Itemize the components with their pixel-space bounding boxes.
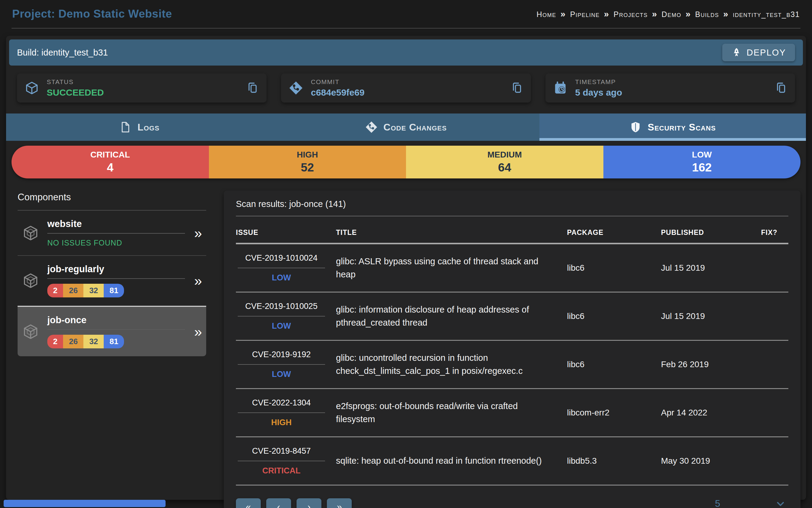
tab-logs-label: Logs	[137, 122, 159, 133]
table-row[interactable]: CVE-2019-8457 CRITICAL sqlite: heap out-…	[236, 437, 789, 485]
timestamp-value: 5 days ago	[575, 87, 622, 98]
table-row[interactable]: CVE-2019-9192 LOW glibc: uncontrolled re…	[236, 341, 789, 389]
cube-icon	[22, 324, 39, 340]
breadcrumb: Home » Pipeline » Projects » Demo » Buil…	[536, 9, 800, 19]
cube-icon	[22, 225, 39, 241]
calendar-clock-icon	[553, 81, 567, 95]
published-date: Apr 14 2022	[661, 408, 752, 418]
components-panel: Components website NO ISSUES FOUND »	[11, 190, 206, 356]
component-item-job-regularly[interactable]: job-regularly 2 26 32 81 »	[17, 256, 206, 306]
published-date: Jul 15 2019	[661, 311, 752, 321]
divider	[238, 461, 325, 461]
tab-security-scans[interactable]: Security Scans	[539, 114, 806, 141]
breadcrumb-separator: »	[604, 9, 610, 19]
expand-chevron-icon[interactable]: »	[194, 274, 202, 288]
column-header-title: TITLE	[336, 228, 558, 237]
column-header-published: PUBLISHED	[661, 228, 752, 237]
first-page-button[interactable]: «	[236, 498, 261, 508]
published-date: Jul 15 2019	[661, 263, 752, 273]
component-item-job-once[interactable]: job-once 2 26 32 81 »	[17, 306, 206, 356]
package-name: libc6	[567, 311, 652, 321]
page-header: Project: Demo Static Website Home » Pipe…	[0, 0, 812, 36]
copy-commit-button[interactable]	[511, 82, 523, 95]
expand-chevron-icon[interactable]: »	[194, 226, 202, 240]
build-header-bar: Build: identity_test_b31 DEPLOY	[9, 39, 803, 66]
tab-code-changes[interactable]: Code Changes	[273, 114, 539, 141]
issue-title: e2fsprogs: out-of-bounds read/write via …	[336, 400, 558, 426]
divider	[238, 316, 325, 316]
table-row[interactable]: CVE-2022-1304 HIGH e2fsprogs: out-of-bou…	[236, 389, 789, 437]
breadcrumb-separator: »	[723, 9, 729, 19]
severity-label: LOW	[692, 150, 712, 160]
status-label: STATUS	[47, 78, 104, 86]
deploy-button[interactable]: DEPLOY	[722, 44, 795, 61]
severity-tag: CRITICAL	[236, 466, 327, 475]
page-size-value: 5	[715, 498, 720, 508]
expand-chevron-icon[interactable]: »	[194, 325, 202, 339]
commit-label: COMMIT	[311, 78, 365, 86]
table-header-row: ISSUE TITLE PACKAGE PUBLISHED FIX?	[236, 228, 789, 244]
package-name: libcom-err2	[567, 408, 652, 418]
tab-logs[interactable]: Logs	[6, 114, 273, 141]
severity-segment-critical[interactable]: CRITICAL 4	[11, 146, 209, 178]
cve-id[interactable]: CVE-2019-1010025	[236, 302, 327, 311]
cve-id[interactable]: CVE-2019-1010024	[236, 253, 327, 263]
copy-timestamp-button[interactable]	[775, 82, 787, 95]
column-header-fix: FIX?	[761, 228, 789, 237]
git-icon	[365, 121, 378, 133]
component-name: job-once	[47, 315, 189, 326]
package-icon	[25, 81, 39, 95]
severity-count: 52	[301, 161, 314, 174]
cve-id[interactable]: CVE-2019-9192	[236, 350, 327, 359]
divider	[47, 233, 185, 234]
critical-count-badge: 2	[47, 335, 63, 348]
next-page-button[interactable]: ›	[296, 498, 321, 508]
severity-label: MEDIUM	[487, 150, 522, 160]
table-row[interactable]: CVE-2019-1010025 LOW glibc: information …	[236, 293, 789, 341]
copy-icon	[775, 82, 787, 94]
component-name: website	[47, 218, 189, 229]
severity-segment-medium[interactable]: MEDIUM 64	[406, 146, 604, 178]
medium-count-badge: 32	[83, 284, 104, 297]
previous-page-button[interactable]: ‹	[266, 498, 291, 508]
published-date: Feb 26 2019	[661, 359, 752, 369]
cve-id[interactable]: CVE-2019-8457	[236, 447, 327, 456]
high-count-badge: 26	[63, 284, 83, 297]
components-heading: Components	[17, 192, 206, 203]
severity-count: 162	[692, 161, 712, 174]
tab-bar: Logs Code Changes Security Scans	[6, 114, 806, 141]
severity-segment-low[interactable]: LOW 162	[604, 146, 801, 178]
issue-title: glibc: uncontrolled recursion in functio…	[336, 351, 558, 378]
horizontal-scrollbar-thumb[interactable]	[4, 500, 165, 507]
breadcrumb-item-demo[interactable]: Demo	[662, 10, 681, 19]
page-size-select[interactable]: 5	[707, 498, 789, 508]
status-value: SUCCEEDED	[47, 87, 104, 98]
divider	[47, 278, 185, 279]
divider	[47, 329, 185, 330]
breadcrumb-item-builds[interactable]: Builds	[695, 10, 719, 19]
severity-badges: 2 26 32 81	[47, 284, 124, 297]
low-count-badge: 81	[104, 335, 124, 348]
component-item-website[interactable]: website NO ISSUES FOUND »	[17, 211, 206, 256]
copy-status-button[interactable]	[246, 82, 259, 95]
breadcrumb-item-current-build: identity_test_b31	[733, 10, 800, 19]
breadcrumb-separator: »	[652, 9, 657, 19]
column-header-package: PACKAGE	[567, 228, 652, 237]
severity-segment-high[interactable]: HIGH 52	[209, 146, 406, 178]
package-name: libdb5.3	[567, 456, 652, 466]
scan-results-panel: Scan results: job-once (141) ISSUE TITLE…	[224, 190, 801, 508]
last-page-button[interactable]: »	[327, 498, 352, 508]
cve-id[interactable]: CVE-2022-1304	[236, 398, 327, 408]
breadcrumb-separator: »	[685, 9, 691, 19]
severity-count: 4	[107, 161, 113, 174]
issue-title: sqlite: heap out-of-bound read in functi…	[336, 454, 558, 468]
divider	[238, 412, 325, 413]
breadcrumb-separator: »	[561, 9, 566, 19]
breadcrumb-item-pipeline[interactable]: Pipeline	[570, 10, 600, 19]
table-row[interactable]: CVE-2019-1010024 LOW glibc: ASLR bypass …	[236, 244, 789, 293]
breadcrumb-item-projects[interactable]: Projects	[614, 10, 648, 19]
tab-code-changes-label: Code Changes	[384, 122, 447, 133]
severity-tag: LOW	[236, 322, 327, 331]
breadcrumb-item-home[interactable]: Home	[536, 10, 556, 19]
copy-icon	[511, 82, 523, 94]
